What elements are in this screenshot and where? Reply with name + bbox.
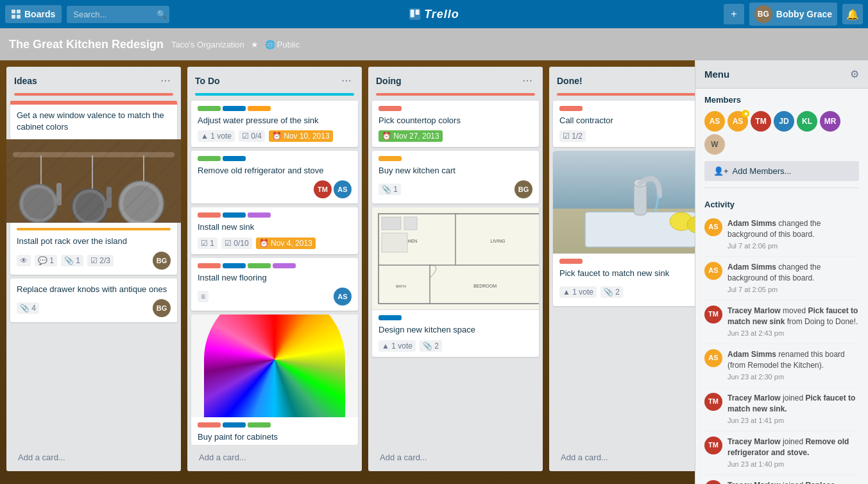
card-flooring[interactable]: Install new flooring ≡ AS (191, 258, 358, 311)
svg-rect-3 (17, 15, 21, 19)
svg-rect-9 (13, 152, 174, 157)
card-countertop[interactable]: Pick countertop colors ⏰ Nov 27, 2013 (372, 101, 539, 147)
search-input[interactable] (67, 6, 169, 23)
activity-user: Adam Simms (728, 350, 776, 359)
activity-item: TM Tracey Marlow moved Pick faucet to ma… (704, 300, 859, 344)
card-title: Install pot rack over the island (17, 236, 171, 247)
svg-rect-2 (12, 15, 15, 19)
create-button[interactable]: + (724, 4, 744, 24)
color-labels (379, 106, 532, 111)
activity-user: Tracey Marlow (728, 306, 781, 315)
card-pot-rack[interactable]: Install pot rack over the island 👁 💬 1 📎… (10, 144, 177, 274)
activity-avatar: AS (704, 218, 722, 236)
activity-text: Tracey Marlow joined Pick faucet to matc… (728, 393, 859, 426)
card-design-kitchen[interactable]: KITCHEN LIVING BATH BEDROOM (372, 207, 539, 356)
color-labels (198, 106, 352, 111)
boards-button[interactable]: Boards (5, 5, 62, 23)
activity-avatar: TM (704, 393, 722, 411)
svg-text:BEDROOM: BEDROOM (473, 284, 497, 288)
notifications-button[interactable]: 🔔 (842, 4, 863, 24)
card-kitchen-cart[interactable]: Buy new kitchen cart 📎 1 BG (372, 151, 539, 203)
member-avatar[interactable]: AS ★ (728, 111, 748, 132)
card-avatars: BG (153, 252, 171, 270)
list-ideas: Ideas ⋯ Get a new window valence to matc… (6, 67, 181, 471)
add-card-button-ideas[interactable]: Add a card... (10, 447, 177, 467)
board-title: The Great Kitchen Redesign (9, 38, 164, 51)
list-menu-button-todo[interactable]: ⋯ (339, 73, 354, 88)
card-meta: 📎 4 BG (17, 299, 171, 317)
menu-panel: Menu ⚙ Members AS AS ★ TM JD KL MR W 👤+ … (695, 60, 868, 484)
list-cards-todo: Adjust water pressure of the sink ▲ 1 vo… (187, 101, 362, 445)
vote-badge: ▲ 1 vote (379, 340, 416, 352)
activity-item: AS Adam Simms changed the background of … (704, 257, 859, 300)
checklist-badge: ☑ 1/2 (559, 130, 586, 142)
activity-item: AS Adam Simms renamed this board (from R… (704, 344, 859, 388)
card-meta: 📎 1 BG (379, 180, 532, 198)
svg-point-14 (72, 189, 108, 223)
color-labels (559, 259, 713, 264)
activity-item: AS Adam Simms changed the background of … (704, 213, 859, 257)
card-title: Install new sink (198, 221, 352, 233)
list-menu-button-ideas[interactable]: ⋯ (158, 73, 173, 88)
member-avatar[interactable]: JD (774, 111, 794, 132)
card-drawer-knobs[interactable]: Replace drawer knobs with antique ones 📎… (10, 279, 177, 322)
list-header-ideas: Ideas ⋯ (6, 67, 181, 93)
favorite-button[interactable]: ★ (251, 40, 259, 49)
card-avatar: TM (314, 180, 332, 198)
card-avatars: AS (334, 288, 352, 306)
activity-list: AS Adam Simms changed the background of … (695, 213, 868, 484)
card-meta: ⏰ Nov 27, 2013 (379, 130, 532, 142)
card-water-pressure[interactable]: Adjust water pressure of the sink ▲ 1 vo… (191, 101, 358, 147)
add-card-button-doing[interactable]: Add a card... (372, 447, 539, 467)
member-avatar[interactable]: KL (797, 111, 817, 132)
member-avatar[interactable]: AS (704, 111, 725, 132)
org-name[interactable]: Taco's Organization (171, 40, 244, 49)
activity-user: Adam Simms (728, 263, 776, 272)
comment-badge: 💬 1 (35, 255, 57, 266)
avatar: BG (754, 5, 772, 23)
checklist-badge: ☑ 0/4 (239, 130, 265, 142)
card-title: Pick countertop colors (379, 115, 532, 126)
user-menu-button[interactable]: BG Bobby Grace (749, 3, 837, 26)
card-title: Design new kitchen space (379, 324, 532, 336)
list-menu-button-doing[interactable]: ⋯ (520, 73, 535, 88)
member-avatar[interactable]: MR (820, 111, 840, 132)
svg-point-19 (123, 186, 159, 221)
svg-point-15 (76, 193, 104, 221)
card-title: Remove old refrigerator and stove (198, 165, 352, 177)
activity-time: Jun 23 at 1:40 pm (728, 460, 859, 469)
activity-time: Jul 7 at 2:06 pm (728, 241, 859, 251)
add-members-button[interactable]: 👤+ Add Members... (704, 161, 859, 181)
card-meta: TM AS (198, 180, 352, 198)
svg-rect-37 (634, 183, 647, 215)
watch-badge: 👁 (17, 255, 31, 266)
list-cards-ideas: Get a new window valence to match the ca… (6, 101, 181, 445)
list-todo: To Do ⋯ Adjust water pressure of the sin… (187, 67, 362, 471)
board-area: Ideas ⋯ Get a new window valence to matc… (0, 60, 868, 484)
svg-rect-12 (56, 183, 62, 205)
checklist-badge: ☑ 2/3 (87, 255, 114, 266)
list-doing: Doing ⋯ Pick countertop colors ⏰ Nov 27,… (368, 67, 543, 471)
card-meta: 👁 💬 1 📎 1 ☑ 2/3 BG (17, 252, 171, 270)
member-avatar[interactable]: TM (751, 111, 771, 132)
card-new-sink[interactable]: Install new sink ☑ 1 ☑ 0/10 ⏰ Nov 4, 201… (191, 207, 358, 254)
card-avatar: AS (334, 180, 352, 198)
card-refrigerator[interactable]: Remove old refrigerator and stove TM AS (191, 151, 358, 203)
activity-text: Adam Simms changed the background of thi… (728, 218, 859, 251)
visibility-label[interactable]: 🌐 Public (265, 40, 300, 49)
member-avatar[interactable]: W (704, 134, 725, 155)
color-labels (379, 315, 532, 320)
menu-close-button[interactable]: ⚙ (850, 68, 859, 80)
activity-section-title: Activity (695, 193, 868, 213)
add-card-button-todo[interactable]: Add a card... (191, 447, 358, 467)
members-grid: AS AS ★ TM JD KL MR W (695, 108, 868, 161)
due-badge: ⏰ Nov 27, 2013 (379, 130, 443, 142)
checklist2-badge: ☑ 0/10 (221, 238, 252, 249)
card-buy-paint[interactable]: Buy paint for cabinets 📎 1 (191, 315, 358, 445)
attachment-badge: 📎 4 (17, 302, 39, 314)
activity-text: Tracey Marlow moved Pick faucet to match… (728, 306, 859, 338)
activity-avatar: AS (704, 262, 722, 280)
card-window-valence[interactable]: Get a new window valence to match the ca… (10, 101, 177, 141)
card-title: Get a new window valence to match the ca… (17, 110, 171, 133)
card-title: Replace drawer knobs with antique ones (17, 284, 171, 295)
